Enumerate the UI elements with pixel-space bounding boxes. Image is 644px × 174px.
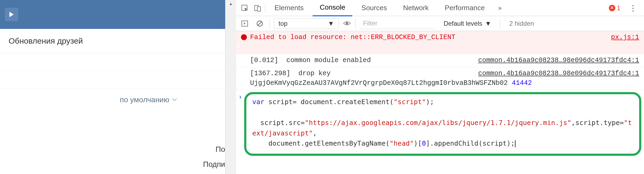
console-log: Failed to load resource: net::ERR_BLOCKE… xyxy=(236,31,644,174)
more-tabs-button[interactable]: » xyxy=(494,4,506,12)
separator xyxy=(269,19,270,28)
error-icon xyxy=(241,33,250,52)
site-header xyxy=(0,0,225,29)
devtools-menu-button[interactable]: ⋮ xyxy=(625,3,641,13)
separator xyxy=(265,3,265,13)
log-message: [1367.298] drop keycommon.4b16aa9c08238…… xyxy=(250,69,639,88)
prompt-icon: › xyxy=(238,93,242,102)
sidebar-icon xyxy=(241,20,248,27)
console-input-highlighted[interactable]: var script= document.createElement("scri… xyxy=(244,92,641,156)
tab-console[interactable]: Console xyxy=(313,0,352,16)
log-source-link[interactable]: common.4b16aa9c08238…98e096dc49173fdc4:1 xyxy=(473,69,639,78)
error-count: 1 xyxy=(617,4,620,12)
clear-console-button[interactable] xyxy=(254,18,265,29)
log-message: Failed to load resource: net::ERR_BLOCKE… xyxy=(250,33,606,42)
error-icon: × xyxy=(609,5,615,11)
separator xyxy=(500,19,500,28)
inspect-element-button[interactable] xyxy=(239,3,250,13)
clear-icon xyxy=(256,20,263,27)
log-entry[interactable]: [0.012] common module enabled common.4b1… xyxy=(236,54,644,67)
scrollbar[interactable]: ▴ xyxy=(225,0,236,174)
console-input-area[interactable]: › var script= document.createElement("sc… xyxy=(236,90,644,158)
sort-dropdown[interactable]: по умолчанию xyxy=(120,96,177,104)
chevron-down-icon xyxy=(172,98,177,101)
tab-performance[interactable]: Performance xyxy=(438,0,492,16)
inspect-icon xyxy=(241,4,248,12)
log-entry-error[interactable]: Failed to load resource: net::ERR_BLOCKE… xyxy=(236,31,644,54)
filter-input[interactable] xyxy=(360,18,435,29)
scroll-up-icon[interactable]: ▴ xyxy=(230,1,232,6)
svg-rect-2 xyxy=(257,7,261,11)
devtools-panel: Elements Console Sources Network Perform… xyxy=(236,0,644,174)
tab-elements[interactable]: Elements xyxy=(268,0,310,16)
column-header-truncated: По xyxy=(215,145,225,154)
log-levels-dropdown[interactable]: Default levels ▼ xyxy=(439,20,496,27)
text-caret xyxy=(515,140,515,147)
context-value: top xyxy=(279,20,287,27)
list-row xyxy=(0,53,225,71)
page-title: Обновления друзей xyxy=(0,29,225,53)
log-entry[interactable]: [1367.298] drop keycommon.4b16aa9c08238…… xyxy=(236,67,644,90)
log-message: [0.012] common module enabled xyxy=(250,56,473,65)
console-sidebar-toggle[interactable] xyxy=(239,18,250,29)
svg-point-6 xyxy=(346,22,348,24)
column-header-truncated: Подпи xyxy=(203,160,225,169)
list-row xyxy=(0,71,225,89)
context-selector[interactable]: top ▼ xyxy=(274,18,339,29)
eye-icon xyxy=(343,21,351,26)
sort-label-text: по умолчанию xyxy=(120,96,169,104)
hidden-messages-count[interactable]: 2 hidden xyxy=(504,20,539,27)
play-button[interactable] xyxy=(5,8,18,21)
separator xyxy=(355,19,356,28)
levels-label: Default levels xyxy=(444,20,482,27)
device-icon xyxy=(254,4,261,12)
live-expression-button[interactable] xyxy=(343,19,351,28)
tab-sources[interactable]: Sources xyxy=(354,0,394,16)
chevron-down-icon: ▼ xyxy=(328,20,334,27)
error-count-badge[interactable]: × 1 xyxy=(606,4,623,12)
page-left: Обновления друзей по умолчанию По Подпи xyxy=(0,0,225,174)
devtools-tabstrip: Elements Console Sources Network Perform… xyxy=(236,0,644,16)
play-icon xyxy=(9,12,14,17)
console-toolbar: top ▼ Default levels ▼ 2 hidden xyxy=(236,16,644,31)
log-source-link[interactable]: px.js:1 xyxy=(606,33,639,42)
chevron-down-icon: ▼ xyxy=(485,20,491,27)
log-source-link[interactable]: common.4b16aa9c08238…98e096dc49173fdc4:1 xyxy=(473,56,639,65)
svg-line-5 xyxy=(258,22,262,25)
tab-network[interactable]: Network xyxy=(396,0,436,16)
device-toolbar-button[interactable] xyxy=(252,3,263,13)
